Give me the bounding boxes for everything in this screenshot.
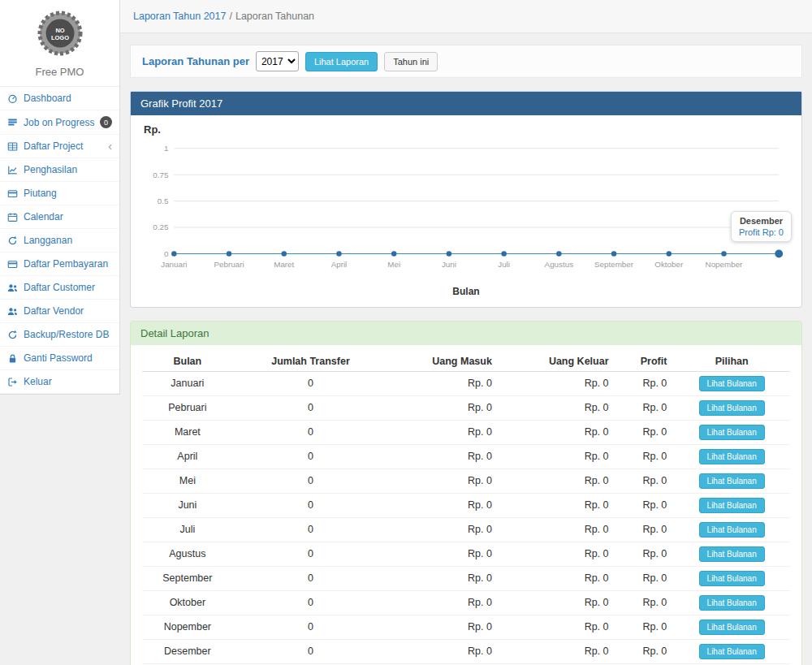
sidebar-item-daftar-customer[interactable]: Daftar Customer bbox=[0, 276, 119, 300]
cell-jumlah_transfer: 0 bbox=[233, 566, 389, 590]
cell-bulan: Nopember bbox=[142, 615, 233, 639]
lihat-bulanan-button[interactable]: Lihat Bulanan bbox=[699, 376, 765, 391]
cell-uang_keluar: Rp. 0 bbox=[499, 566, 615, 590]
sidebar-item-label: Piutang bbox=[24, 188, 112, 199]
lihat-bulanan-button[interactable]: Lihat Bulanan bbox=[699, 400, 765, 416]
cell-jumlah_transfer: 0 bbox=[233, 639, 389, 663]
detail-table-container: BulanJumlah TransferUang MasukUang Kelua… bbox=[131, 345, 801, 665]
tahun-ini-button[interactable]: Tahun ini bbox=[384, 52, 438, 71]
y-axis-title: Rp. bbox=[144, 123, 790, 136]
column-header-uang-masuk: Uang Masuk bbox=[388, 352, 499, 372]
sidebar-item-label: Daftar Project bbox=[24, 140, 103, 152]
lihat-bulanan-button[interactable]: Lihat Bulanan bbox=[699, 620, 765, 635]
cell-pilihan: Lihat Bulanan bbox=[673, 469, 790, 493]
svg-text:Pebruari: Pebruari bbox=[214, 260, 244, 269]
column-header-uang-keluar: Uang Keluar bbox=[499, 352, 615, 372]
lihat-bulanan-button[interactable]: Lihat Bulanan bbox=[699, 498, 765, 513]
detail-table: BulanJumlah TransferUang MasukUang Kelua… bbox=[142, 352, 790, 665]
table-row-januari: Januari0Rp. 0Rp. 0Rp. 0Lihat Bulanan bbox=[142, 371, 790, 395]
cell-jumlah_transfer: 0 bbox=[233, 590, 389, 615]
sidebar-item-dashboard[interactable]: Dashboard bbox=[0, 87, 119, 110]
svg-text:1: 1 bbox=[164, 144, 168, 153]
cell-jumlah_transfer: 0 bbox=[233, 420, 389, 444]
cell-profit: Rp. 0 bbox=[615, 469, 674, 493]
svg-text:Mei: Mei bbox=[387, 260, 400, 269]
breadcrumb-current: Laporan Tahunan bbox=[235, 11, 314, 22]
lihat-bulanan-button[interactable]: Lihat Bulanan bbox=[699, 449, 765, 464]
sidebar-item-daftar-vendor[interactable]: Daftar Vendor bbox=[0, 300, 119, 323]
lock-icon bbox=[7, 353, 19, 364]
sidebar-item-ganti-password[interactable]: Ganti Password bbox=[0, 347, 119, 370]
table-icon bbox=[7, 141, 19, 152]
sidebar-item-label: Daftar Customer bbox=[24, 282, 112, 293]
cell-jumlah_transfer: 0 bbox=[233, 371, 389, 395]
sidebar-item-calendar[interactable]: Calendar bbox=[0, 205, 119, 229]
sidebar-item-daftar-project[interactable]: Daftar Project‹ bbox=[0, 135, 119, 158]
calendar-icon bbox=[7, 212, 19, 222]
lihat-bulanan-button[interactable]: Lihat Bulanan bbox=[699, 522, 765, 538]
cell-jumlah_transfer: 0 bbox=[233, 517, 389, 542]
report-filter-panel: Laporan Tahunan per 2017 Lihat Laporan T… bbox=[130, 45, 802, 78]
cell-uang_keluar: Rp. 0 bbox=[499, 395, 615, 420]
cell-pilihan: Lihat Bulanan bbox=[673, 517, 790, 542]
sidebar-item-job-on-progress[interactable]: Job on Progress0 bbox=[0, 110, 119, 135]
profit-chart-panel: Grafik Profit 2017 Rp. 00.250.50.751Janu… bbox=[130, 91, 802, 308]
sign-out-icon bbox=[7, 377, 19, 387]
cell-profit: Rp. 0 bbox=[615, 395, 674, 420]
page: NO LOGO Free PMO DashboardJob on Progres… bbox=[0, 0, 812, 665]
lihat-bulanan-button[interactable]: Lihat Bulanan bbox=[699, 644, 765, 659]
breadcrumb-link-laporan-tahun[interactable]: Laporan Tahun 2017 bbox=[133, 11, 226, 22]
cell-uang_masuk: Rp. 0 bbox=[388, 395, 499, 420]
table-row-april: April0Rp. 0Rp. 0Rp. 0Lihat Bulanan bbox=[142, 444, 790, 469]
cell-uang_keluar: Rp. 0 bbox=[499, 542, 615, 566]
lihat-bulanan-button[interactable]: Lihat Bulanan bbox=[699, 571, 765, 586]
sidebar-item-label: Langganan bbox=[24, 235, 112, 246]
lihat-bulanan-button[interactable]: Lihat Bulanan bbox=[699, 595, 765, 611]
sidebar-item-langganan[interactable]: Langganan bbox=[0, 229, 119, 253]
year-select[interactable]: 2017 bbox=[256, 51, 299, 71]
lihat-bulanan-button[interactable]: Lihat Bulanan bbox=[699, 473, 765, 489]
svg-text:Oktober: Oktober bbox=[654, 260, 684, 269]
cell-uang_keluar: Rp. 0 bbox=[499, 517, 615, 542]
cell-profit: Rp. 0 bbox=[615, 420, 674, 444]
column-header-pilihan: Pilihan bbox=[673, 352, 790, 372]
sidebar-item-daftar-pembayaran[interactable]: Daftar Pembayaran bbox=[0, 253, 119, 276]
lihat-laporan-button[interactable]: Lihat Laporan bbox=[305, 52, 378, 71]
sidebar-item-backup-restore-db[interactable]: Backup/Restore DB bbox=[0, 323, 119, 347]
sidebar-item-keluar[interactable]: Keluar bbox=[0, 370, 119, 394]
cell-jumlah_transfer: 0 bbox=[233, 395, 389, 420]
cell-bulan: Januari bbox=[142, 371, 233, 395]
cell-uang_keluar: Rp. 0 bbox=[499, 590, 615, 615]
sidebar-item-label: Daftar Pembayaran bbox=[24, 258, 112, 270]
tooltip-value: Profit Rp: 0 bbox=[739, 227, 784, 237]
sidebar-item-penghasilan[interactable]: Penghasilan bbox=[0, 158, 119, 182]
svg-text:April: April bbox=[331, 260, 348, 269]
cell-uang_masuk: Rp. 0 bbox=[388, 371, 499, 395]
logo-area: NO LOGO Free PMO bbox=[0, 0, 119, 87]
table-row-oktober: Oktober0Rp. 0Rp. 0Rp. 0Lihat Bulanan bbox=[142, 590, 790, 615]
svg-text:Agustus: Agustus bbox=[545, 260, 574, 269]
sidebar-item-label: Ganti Password bbox=[24, 352, 112, 364]
svg-text:0.25: 0.25 bbox=[153, 222, 169, 231]
app-name: Free PMO bbox=[5, 66, 114, 78]
cell-bulan: Pebruari bbox=[142, 395, 233, 420]
lihat-bulanan-button[interactable]: Lihat Bulanan bbox=[699, 425, 765, 440]
cell-bulan: Oktober bbox=[142, 590, 233, 615]
refresh-icon bbox=[7, 330, 19, 340]
cell-profit: Rp. 0 bbox=[615, 590, 674, 615]
profit-line-chart: 00.250.50.751JanuariPebruariMaretAprilMe… bbox=[142, 137, 790, 286]
repeat-icon bbox=[7, 235, 19, 246]
sidebar-item-label: Backup/Restore DB bbox=[24, 329, 112, 340]
cell-pilihan: Lihat Bulanan bbox=[673, 371, 790, 395]
cell-bulan: Juli bbox=[142, 517, 233, 542]
sidebar-item-piutang[interactable]: Piutang bbox=[0, 182, 119, 205]
cell-uang_masuk: Rp. 0 bbox=[388, 566, 499, 590]
breadcrumb-separator: / bbox=[229, 11, 231, 22]
lihat-bulanan-button[interactable]: Lihat Bulanan bbox=[699, 546, 765, 562]
chevron-left-icon: ‹ bbox=[108, 140, 112, 152]
cell-bulan: Mei bbox=[142, 469, 233, 493]
column-header-jumlah-transfer: Jumlah Transfer bbox=[233, 352, 389, 372]
credit-card-icon bbox=[7, 188, 19, 199]
column-header-bulan: Bulan bbox=[142, 352, 233, 372]
table-header-row: BulanJumlah TransferUang MasukUang Kelua… bbox=[142, 352, 790, 372]
